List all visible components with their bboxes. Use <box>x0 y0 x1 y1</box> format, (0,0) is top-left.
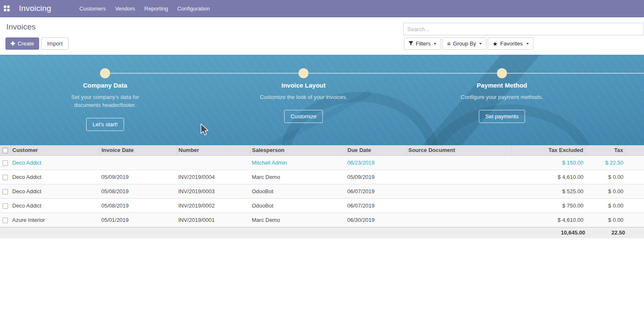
cell-tax-excluded[interactable]: $ 525.00 <box>512 184 585 198</box>
cell-tax-excluded[interactable]: $ 750.00 <box>512 198 585 213</box>
caret-down-icon <box>479 43 482 45</box>
row-checkbox[interactable] <box>3 203 8 209</box>
cell-number[interactable]: INV/2019/0001 <box>177 213 250 227</box>
cell-customer[interactable]: Azure Interior <box>11 213 100 227</box>
onboarding-timeline <box>105 73 644 74</box>
cell-customer[interactable]: Deco Addict <box>11 155 100 170</box>
cell-invoice-date[interactable]: 05/01/2019 <box>100 213 177 227</box>
table-row[interactable]: Deco Addict 05/08/2019 INV/2019/0003 Odo… <box>0 184 644 198</box>
cell-due-date[interactable]: 06/07/2019 <box>346 184 406 198</box>
cell-tax[interactable]: $ 0.00 <box>585 170 625 184</box>
nav-item-reporting[interactable]: Reporting <box>140 0 172 17</box>
favorites-button-label: Favorites <box>500 40 523 47</box>
timeline-dot-invoice-layout <box>298 68 309 78</box>
column-header-number[interactable]: Number <box>177 145 250 155</box>
filters-button[interactable]: Filters <box>404 37 441 50</box>
invoice-list-table: Customer Invoice Date Number Salesperson… <box>0 145 644 238</box>
step-title: Invoice Layout <box>236 82 371 89</box>
column-header-invoice-date[interactable]: Invoice Date <box>100 145 177 155</box>
page-title: Invoices <box>6 22 36 32</box>
onboarding-step-payment-method: Payment Method Configure your payment me… <box>435 82 569 123</box>
filter-funnel-icon <box>409 41 413 46</box>
group-by-button-label: Group By <box>453 40 476 47</box>
cell-tax-excluded[interactable]: $ 4,610.00 <box>512 170 585 184</box>
row-checkbox[interactable] <box>3 189 8 194</box>
bars-icon: ≡ <box>447 41 450 47</box>
cell-tax-excluded[interactable]: $ 4,610.00 <box>512 213 585 227</box>
cell-invoice-date[interactable] <box>100 155 177 170</box>
cell-customer[interactable]: Deco Addict <box>11 170 100 184</box>
cell-salesperson[interactable]: Marc Demo <box>250 170 346 184</box>
lets-start-button[interactable]: Let's start! <box>86 118 124 131</box>
cell-salesperson[interactable]: OdooBot <box>250 184 346 198</box>
search-input[interactable] <box>403 23 644 35</box>
filters-button-label: Filters <box>416 40 430 47</box>
app-name[interactable]: Invoicing <box>19 4 51 13</box>
row-checkbox[interactable] <box>3 175 8 180</box>
cell-tax-excluded[interactable]: $ 150.00 <box>512 155 585 170</box>
cell-invoice-date[interactable]: 05/08/2019 <box>100 184 177 198</box>
cell-salesperson[interactable]: OdooBot <box>250 198 346 213</box>
table-row[interactable]: Azure Interior 05/01/2019 INV/2019/0001 … <box>0 213 644 227</box>
action-buttons: ✚ Create Import <box>5 37 69 50</box>
favorites-button[interactable]: ★ Favorites <box>488 37 533 50</box>
column-header-spacer <box>625 145 644 155</box>
cell-tax[interactable]: $ 22.50 <box>585 155 625 170</box>
plus-icon: ✚ <box>11 40 15 47</box>
import-button[interactable]: Import <box>41 37 69 50</box>
create-button-label: Create <box>18 40 34 47</box>
cell-number[interactable]: INV/2019/0004 <box>177 170 250 184</box>
cell-number[interactable]: INV/2019/0003 <box>177 184 250 198</box>
column-header-salesperson[interactable]: Salesperson <box>250 145 346 155</box>
timeline-dot-payment-method <box>497 68 507 78</box>
table-row[interactable]: Deco Addict 05/08/2019 INV/2019/0002 Odo… <box>0 198 644 213</box>
column-header-tax-excluded[interactable]: Tax Excluded <box>512 145 585 155</box>
column-header-due-date[interactable]: Due Date <box>346 145 406 155</box>
column-header-source-document[interactable]: Source Document <box>406 145 512 155</box>
cell-tax[interactable]: $ 0.00 <box>585 213 625 227</box>
cell-source-document[interactable] <box>406 184 512 198</box>
group-by-button[interactable]: ≡ Group By <box>442 37 486 50</box>
set-payments-button[interactable]: Set payments <box>479 110 525 123</box>
total-tax: 22.50 <box>585 227 625 238</box>
cell-invoice-date[interactable]: 05/08/2019 <box>100 198 177 213</box>
table-row[interactable]: Deco Addict Mitchell Admin 06/23/2019 $ … <box>0 155 644 170</box>
cell-due-date[interactable]: 06/07/2019 <box>346 198 406 213</box>
step-description: Set your company's data for documents he… <box>61 93 150 109</box>
apps-grid-icon[interactable] <box>4 5 10 11</box>
nav-item-configuration[interactable]: Configuration <box>173 0 214 17</box>
nav-item-customers[interactable]: Customers <box>75 0 111 17</box>
select-all-checkbox[interactable] <box>3 148 8 153</box>
cell-source-document[interactable] <box>406 198 512 213</box>
search-option-buttons: Filters ≡ Group By ★ Favorites <box>404 37 533 50</box>
caret-down-icon <box>434 43 436 45</box>
cell-tax[interactable]: $ 0.00 <box>585 198 625 213</box>
cell-due-date[interactable]: 06/30/2019 <box>346 213 406 227</box>
nav-item-vendors[interactable]: Vendors <box>111 0 140 17</box>
star-icon: ★ <box>492 41 498 47</box>
cell-source-document[interactable] <box>406 155 512 170</box>
cell-due-date[interactable]: 05/09/2019 <box>346 170 406 184</box>
column-header-customer[interactable]: Customer <box>11 145 100 155</box>
customize-button[interactable]: Customize <box>284 110 322 123</box>
cell-customer[interactable]: Deco Addict <box>11 198 100 213</box>
cell-number[interactable] <box>177 155 250 170</box>
create-button[interactable]: ✚ Create <box>5 37 39 50</box>
cell-invoice-date[interactable]: 05/09/2019 <box>100 170 177 184</box>
cell-tax[interactable]: $ 0.00 <box>585 184 625 198</box>
cell-due-date[interactable]: 06/23/2019 <box>346 155 406 170</box>
cell-salesperson[interactable]: Mitchell Admin <box>250 155 346 170</box>
cell-customer[interactable]: Deco Addict <box>11 184 100 198</box>
onboarding-step-company-data: Company Data Set your company's data for… <box>38 82 172 131</box>
timeline-dot-company-data <box>100 68 110 78</box>
cell-source-document[interactable] <box>406 213 512 227</box>
row-checkbox[interactable] <box>3 218 8 223</box>
table-row[interactable]: Deco Addict 05/09/2019 INV/2019/0004 Mar… <box>0 170 644 184</box>
row-checkbox[interactable] <box>3 160 8 166</box>
cell-number[interactable]: INV/2019/0002 <box>177 198 250 213</box>
column-header-tax[interactable]: Tax <box>585 145 625 155</box>
total-tax-excluded: 10,645.00 <box>512 227 585 238</box>
table-header-row: Customer Invoice Date Number Salesperson… <box>0 145 644 155</box>
cell-source-document[interactable] <box>406 170 512 184</box>
cell-salesperson[interactable]: Marc Demo <box>250 213 346 227</box>
